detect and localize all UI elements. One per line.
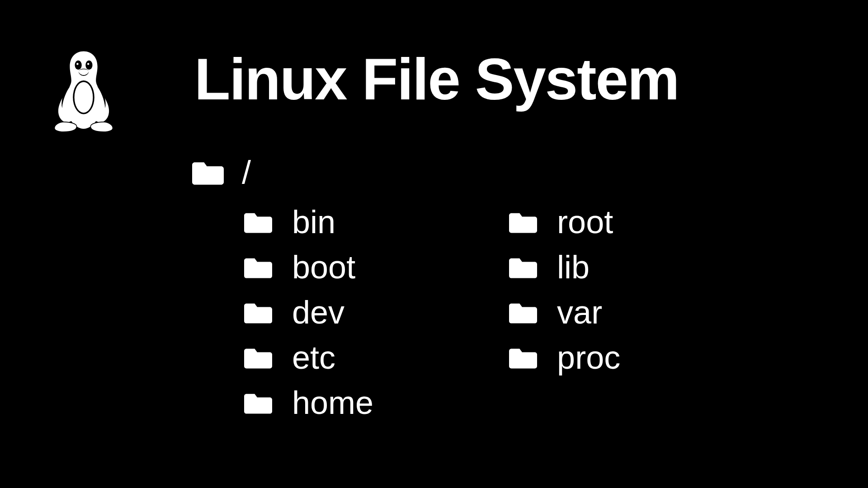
folder-item-home: home — [244, 386, 373, 419]
tux-icon — [45, 50, 122, 131]
svg-point-1 — [75, 82, 93, 113]
folder-label: root — [557, 206, 613, 238]
folder-icon — [244, 391, 272, 414]
folder-icon — [192, 160, 224, 185]
folder-icon — [509, 256, 537, 278]
root-directory-label: / — [242, 154, 251, 191]
folder-label: etc — [292, 341, 335, 374]
folder-label: lib — [557, 251, 590, 283]
svg-point-5 — [87, 63, 89, 65]
svg-point-4 — [76, 63, 78, 65]
folder-label: bin — [292, 206, 335, 238]
folder-icon — [244, 211, 272, 233]
folder-label: home — [292, 386, 373, 419]
page-title: Linux File System — [194, 45, 679, 113]
folder-column-left: bin boot dev etc home — [244, 206, 373, 419]
folder-label: boot — [292, 251, 355, 283]
svg-point-2 — [75, 61, 81, 70]
folder-item-var: var — [509, 296, 620, 328]
folder-label: dev — [292, 296, 344, 328]
folder-icon — [244, 256, 272, 278]
folder-label: var — [557, 296, 602, 328]
folder-label: proc — [557, 341, 620, 374]
folder-icon — [244, 346, 272, 369]
folder-column-right: root lib var proc — [509, 206, 620, 419]
folder-icon — [509, 211, 537, 233]
folder-item-boot: boot — [244, 251, 373, 283]
root-directory-row: / — [192, 154, 251, 191]
folder-item-etc: etc — [244, 341, 373, 374]
folder-item-bin: bin — [244, 206, 373, 238]
folder-icon — [244, 301, 272, 324]
folder-icon — [509, 346, 537, 369]
folder-icon — [509, 301, 537, 324]
folder-item-proc: proc — [509, 341, 620, 374]
folder-item-root: root — [509, 206, 620, 238]
folder-item-dev: dev — [244, 296, 373, 328]
folder-item-lib: lib — [509, 251, 620, 283]
svg-point-3 — [85, 61, 92, 70]
